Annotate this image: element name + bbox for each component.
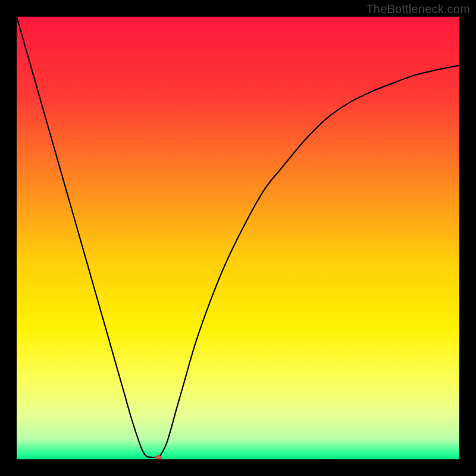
attribution-label: TheBottleneck.com xyxy=(366,2,470,16)
chart-frame xyxy=(17,17,459,459)
bottleneck-chart xyxy=(17,17,459,459)
